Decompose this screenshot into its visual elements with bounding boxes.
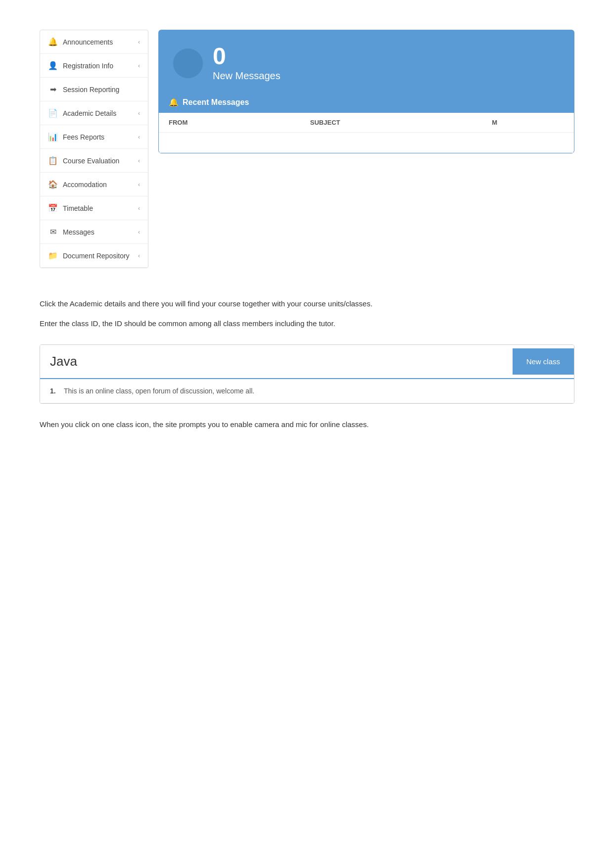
- sidebar-item-session-reporting[interactable]: ➡ Session Reporting: [40, 78, 148, 101]
- sidebar-item-accomodation[interactable]: 🏠 Accomodation ‹: [40, 173, 148, 196]
- footer-text: When you click on one class icon, the si…: [40, 419, 574, 431]
- chevron-messages: ‹: [138, 229, 140, 236]
- col-m: M: [482, 113, 574, 133]
- messages-card: 0 New Messages: [158, 30, 574, 92]
- col-subject: SUBJECT: [300, 113, 482, 133]
- sidebar-item-fees-reports[interactable]: 📊 Fees Reports ‹: [40, 125, 148, 149]
- right-panel: 0 New Messages 🔔 Recent Messages FROM SU…: [158, 30, 574, 268]
- session-icon: ➡: [48, 85, 58, 94]
- chevron-course-eval: ‹: [138, 157, 140, 164]
- accomodation-icon: 🏠: [48, 180, 58, 189]
- list-item: 1. This is an online class, open forum o…: [40, 379, 574, 403]
- bell-icon: 🔔: [169, 97, 179, 107]
- sidebar-label-announcements: Announcements: [63, 38, 113, 46]
- sidebar-label-course-eval: Course Evaluation: [63, 157, 119, 165]
- table-row: [159, 133, 574, 153]
- chevron-document: ‹: [138, 252, 140, 259]
- messages-icon: ✉: [48, 227, 58, 237]
- class-input[interactable]: [40, 345, 513, 378]
- sidebar-item-document-repository[interactable]: 📁 Document Repository ‹: [40, 244, 148, 268]
- col-from: FROM: [159, 113, 300, 133]
- document-icon: 📁: [48, 251, 58, 260]
- messages-label: New Messages: [213, 70, 281, 82]
- description-paragraph2: Enter the class ID, the ID should be com…: [40, 318, 574, 330]
- sidebar-label-session: Session Reporting: [63, 86, 119, 94]
- academic-icon: 📄: [48, 108, 58, 118]
- sidebar-label-fees: Fees Reports: [63, 133, 104, 141]
- description-paragraph1: Click the Academic details and there you…: [40, 298, 574, 310]
- sidebar: 🔔 Announcements ‹ 👤 Registration Info ‹ …: [40, 30, 148, 268]
- recent-messages-section: 🔔 Recent Messages FROM SUBJECT M: [158, 92, 574, 153]
- messages-info: 0 New Messages: [213, 45, 281, 82]
- sidebar-label-timetable: Timetable: [63, 204, 93, 212]
- sidebar-label-accomodation: Accomodation: [63, 181, 107, 189]
- sidebar-label-registration: Registration Info: [63, 62, 113, 70]
- chevron-accomodation: ‹: [138, 181, 140, 188]
- recent-messages-table: FROM SUBJECT M: [159, 113, 574, 153]
- chevron-fees: ‹: [138, 134, 140, 141]
- timetable-icon: 📅: [48, 203, 58, 213]
- sidebar-item-academic-details[interactable]: 📄 Academic Details ‹: [40, 101, 148, 125]
- sidebar-item-timetable[interactable]: 📅 Timetable ‹: [40, 196, 148, 220]
- messages-count: 0: [213, 45, 281, 68]
- chevron-academic: ‹: [138, 110, 140, 117]
- class-list: 1. This is an online class, open forum o…: [40, 379, 574, 403]
- course-eval-icon: 📋: [48, 156, 58, 165]
- class-input-row: New class: [40, 345, 574, 379]
- class-area: New class 1. This is an online class, op…: [40, 344, 574, 404]
- new-class-button[interactable]: New class: [513, 348, 574, 375]
- chevron-announcements: ‹: [138, 39, 140, 46]
- sidebar-label-messages: Messages: [63, 228, 94, 236]
- chevron-registration: ‹: [138, 62, 140, 69]
- sidebar-item-announcements[interactable]: 🔔 Announcements ‹: [40, 30, 148, 54]
- chevron-timetable: ‹: [138, 205, 140, 212]
- registration-icon: 👤: [48, 61, 58, 70]
- description-section: Click the Academic details and there you…: [40, 298, 574, 330]
- sidebar-label-document: Document Repository: [63, 252, 130, 260]
- sidebar-label-academic: Academic Details: [63, 109, 116, 117]
- announcements-icon: 🔔: [48, 37, 58, 47]
- item-number: 1.: [50, 387, 60, 395]
- recent-messages-title: Recent Messages: [183, 98, 249, 107]
- fees-icon: 📊: [48, 132, 58, 142]
- sidebar-item-course-evaluation[interactable]: 📋 Course Evaluation ‹: [40, 149, 148, 173]
- sidebar-item-registration-info[interactable]: 👤 Registration Info ‹: [40, 54, 148, 78]
- item-text: This is an online class, open forum of d…: [64, 387, 254, 395]
- sidebar-item-messages[interactable]: ✉ Messages ‹: [40, 220, 148, 244]
- recent-messages-header: 🔔 Recent Messages: [159, 92, 574, 113]
- messages-avatar: [173, 48, 203, 78]
